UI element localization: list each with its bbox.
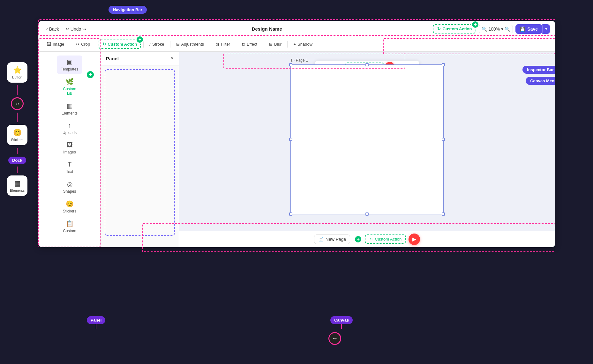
sidebar-item-stickers[interactable]: 😊 Stickers	[57, 197, 82, 216]
bottom-play-btn[interactable]: ▶	[409, 234, 420, 245]
toolbar-separator-6	[236, 41, 236, 48]
dock-move-handle-1[interactable]: ↔	[11, 97, 24, 110]
shapes-icon: ◎	[67, 180, 72, 188]
custom-action-toolbar-btn[interactable]: ↻ Custom Action	[99, 40, 141, 49]
bottom-move-handle[interactable]: ↔	[328, 332, 341, 345]
sidebar-item-shapes[interactable]: ◎ Shapes	[57, 178, 82, 196]
custom-action-top-button[interactable]: ↻ Custom Action	[433, 24, 477, 33]
handle-bottom-left[interactable]	[289, 212, 292, 216]
dock-stickers-item[interactable]: 😊 Stickers	[7, 125, 27, 145]
canvas-annotation-label: Canvas	[330, 316, 353, 324]
panel-content	[101, 65, 179, 246]
new-page-button[interactable]: 📄 New Page	[314, 234, 350, 244]
handle-top-center[interactable]	[365, 63, 369, 66]
sidebar-item-images[interactable]: 🖼 Images	[57, 139, 82, 157]
zoom-control[interactable]: 🔍 100% ▾ 🔍	[479, 25, 513, 33]
star-icon: ⭐	[13, 66, 22, 74]
handle-top-left[interactable]	[289, 63, 292, 66]
bottom-add-btn[interactable]: +	[354, 235, 362, 243]
redo-icon: ↪	[82, 26, 86, 32]
custom-action-toolbar-icon: ↻	[102, 42, 106, 47]
sidebar-item-custom[interactable]: 📋 Custom	[57, 217, 82, 236]
back-button[interactable]: ‹ Back	[44, 25, 62, 33]
custom-action-top-add-btn[interactable]: +	[471, 21, 479, 29]
save-button[interactable]: 💾 Save	[515, 24, 542, 34]
handle-mid-right[interactable]	[442, 138, 445, 141]
stroke-icon: /	[149, 42, 151, 47]
inspector-bar-label: Inspector Bar	[522, 66, 555, 74]
crop-tool-btn[interactable]: ✂ Crop	[73, 40, 93, 48]
elements-icon: ▦	[67, 102, 73, 110]
dock-arrow-2	[17, 113, 18, 122]
save-dropdown-button[interactable]: ▾	[542, 24, 550, 34]
panel-title: Panel	[106, 56, 119, 61]
adjustments-label: Adjustments	[181, 42, 204, 47]
blur-tool-btn[interactable]: ⊞ Blur	[266, 40, 285, 48]
custom-action-top-wrapper: ↻ Custom Action +	[433, 24, 477, 33]
panel-bottom-annotation: Panel	[96, 316, 96, 329]
save-label: Save	[527, 26, 538, 32]
shadow-icon: ●	[293, 42, 296, 47]
dock-button-item[interactable]: ⭐ Button	[7, 62, 27, 83]
custom-action-toolbar-add-btn[interactable]: +	[136, 35, 144, 44]
shadow-label: Shadow	[297, 42, 312, 47]
shadow-tool-btn[interactable]: ● Shadow	[290, 40, 316, 48]
back-chevron-icon: ‹	[46, 26, 48, 32]
handle-bottom-center[interactable]	[365, 212, 369, 216]
zoom-in-icon: 🔍	[505, 26, 510, 32]
dock-container: ⭐ Button ↔ 😊 Stickers Dock ▦ Elements	[7, 62, 27, 196]
sidebar-item-templates[interactable]: ▣ Templates	[57, 56, 82, 74]
canvas-bottom-annotation: Canvas	[341, 316, 342, 329]
main-layout: + ▣ Templates 🌿 Custom Lib ▦ Elements ↑ …	[39, 52, 555, 247]
custom-lib-icon: 🌿	[66, 78, 74, 85]
toolbar-left: ‹ Back ↩ Undo ↪	[44, 25, 101, 33]
handle-top-right[interactable]	[442, 63, 445, 66]
save-icon: 💾	[520, 26, 525, 32]
toolbar-separator-8	[287, 41, 288, 48]
image-tool-btn[interactable]: 🖼 Image	[44, 40, 67, 48]
handle-mid-left[interactable]	[289, 138, 292, 141]
bottom-custom-action-icon: ↻	[369, 237, 373, 241]
toolbar-separator-4	[170, 41, 170, 48]
design-canvas[interactable]	[290, 64, 444, 214]
crop-icon: ✂	[76, 42, 79, 47]
undo-icon: ↩	[65, 26, 69, 32]
zoom-out-icon: 🔍	[482, 26, 487, 32]
grid-icon: ▦	[14, 179, 21, 188]
undo-label: Undo	[71, 26, 81, 32]
save-btn-group: 💾 Save ▾	[515, 24, 550, 34]
bottom-custom-action-wrapper: + ↻ Custom Action ▶	[354, 234, 420, 245]
zoom-level: 100%	[488, 26, 500, 32]
filter-tool-btn[interactable]: ◑ Filter	[213, 40, 233, 48]
toolbar-separator-2	[96, 41, 96, 48]
sidebar-add-btn[interactable]: +	[86, 70, 95, 79]
undo-button[interactable]: ↩ Undo ↪	[65, 26, 86, 32]
effect-tool-btn[interactable]: fx Effect	[239, 40, 260, 48]
sidebar-item-elements[interactable]: ▦ Elements	[57, 100, 82, 118]
dock-elements-item[interactable]: ▦ Elements	[7, 175, 27, 196]
custom-action-toolbar-wrapper: ↻ Custom Action +	[99, 40, 141, 49]
toolbar-separator-7	[263, 41, 263, 48]
dock-arrow-1	[17, 85, 18, 95]
sidebar-item-uploads[interactable]: ↑ Uploads	[57, 119, 82, 137]
panel-close-button[interactable]: ×	[171, 56, 174, 61]
image-label: Image	[53, 42, 64, 47]
handle-bottom-right[interactable]	[442, 212, 445, 216]
main-toolbar: ‹ Back ↩ Undo ↪ Design Name ↻ Custom Act…	[39, 21, 555, 37]
sidebar-item-custom-lib[interactable]: 🌿 Custom Lib	[57, 75, 82, 98]
adjustments-icon: ⊞	[176, 42, 180, 47]
stroke-tool-btn[interactable]: / Stroke	[146, 40, 167, 48]
image-toolbar: 🖼 Image ✂ Crop ↻ Custom Action + / Strok…	[39, 37, 555, 52]
images-icon: 🖼	[66, 141, 73, 149]
bottom-custom-action-btn[interactable]: ↻ Custom Action	[365, 234, 406, 244]
stickers-icon: 😊	[66, 200, 74, 208]
custom-action-top-icon: ↻	[437, 26, 441, 31]
canvas-area: 1 · Page 1 ↻ Replace ↻ Custom Action	[179, 52, 555, 247]
uploads-label: Uploads	[63, 130, 77, 135]
adjustments-tool-btn[interactable]: ⊞ Adjustments	[173, 40, 207, 48]
filter-icon: ◑	[216, 42, 219, 47]
templates-icon: ▣	[67, 58, 73, 66]
shapes-label: Shapes	[63, 189, 76, 194]
sidebar-item-text[interactable]: T Text	[57, 158, 82, 176]
blur-icon: ⊞	[269, 42, 273, 47]
